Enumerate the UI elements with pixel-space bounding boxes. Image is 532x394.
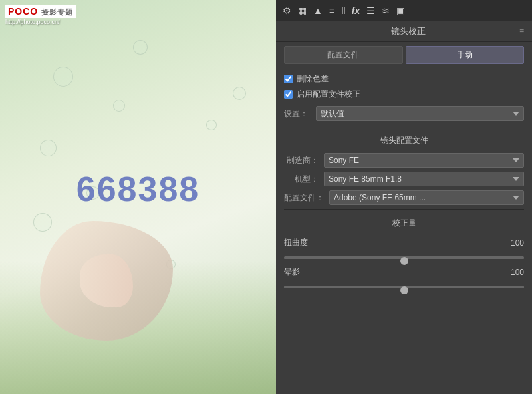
bubble bbox=[53, 67, 73, 87]
manufacturer-label: 制造商： bbox=[284, 155, 319, 166]
model-label: 机型： bbox=[284, 174, 319, 185]
settings-icon[interactable]: ⚙ bbox=[281, 4, 293, 17]
fx-icon[interactable]: fx bbox=[350, 4, 361, 17]
watermark: 668388 bbox=[76, 169, 200, 209]
distortion-value: 100 bbox=[504, 238, 524, 248]
divider bbox=[284, 128, 524, 128]
vignette-row: 晕影 100 bbox=[284, 266, 524, 278]
profile-select[interactable]: Adobe (Sony FE 65mm ... bbox=[329, 190, 524, 205]
bubble bbox=[233, 87, 246, 100]
poco-logo: POCO 摄影专题 bbox=[5, 5, 76, 18]
menu-icon[interactable]: ☰ bbox=[365, 4, 376, 17]
details-icon[interactable]: ≋ bbox=[380, 4, 391, 17]
bubble bbox=[133, 40, 148, 55]
panel-content: 删除色差 启用配置文件校正 设置： 默认值 镜头配置文件 制造商： Sony F… bbox=[276, 68, 532, 394]
manufacturer-select[interactable]: Sony FE bbox=[324, 153, 524, 168]
tab-manual[interactable]: 手动 bbox=[406, 46, 525, 64]
checkbox-remove-aberration: 删除色差 bbox=[284, 73, 524, 85]
list-icon[interactable]: ≡ bbox=[328, 4, 336, 17]
vignette-section: 晕影 100 bbox=[284, 266, 524, 290]
checkbox-enable-correction-label: 启用配置文件校正 bbox=[297, 89, 360, 100]
correction-section: 校正量 扭曲度 100 晕影 100 bbox=[284, 218, 524, 290]
vignette-slider[interactable] bbox=[284, 286, 524, 288]
manufacturer-row: 制造商： Sony FE bbox=[284, 153, 524, 168]
logo-subtitle: http://photo.poco.cn/ bbox=[5, 19, 76, 25]
section-header: 镜头校正 ≡ bbox=[276, 21, 532, 42]
distortion-section: 扭曲度 100 bbox=[284, 237, 524, 261]
histogram-icon[interactable]: ▲ bbox=[312, 4, 324, 17]
bubble bbox=[113, 100, 125, 112]
toolbar: ⚙ ▦ ▲ ≡ II fx ☰ ≋ ▣ bbox=[276, 0, 532, 21]
model-row: 机型： Sony FE 85mm F1.8 bbox=[284, 172, 524, 186]
settings-row: 设置： 默认值 bbox=[284, 106, 524, 121]
bubble bbox=[33, 213, 52, 232]
bubble bbox=[40, 140, 57, 156]
grid-icon[interactable]: ▦ bbox=[297, 4, 308, 17]
curves-icon[interactable]: II bbox=[340, 4, 346, 17]
photo-panel: POCO 摄影专题 http://photo.poco.cn/ 668388 bbox=[0, 0, 276, 394]
bubble bbox=[206, 120, 217, 130]
tabs-row: 配置文件 手动 bbox=[276, 42, 532, 68]
layout-icon[interactable]: ▣ bbox=[395, 4, 406, 17]
distortion-label: 扭曲度 bbox=[284, 237, 308, 248]
section-title: 镜头校正 bbox=[297, 25, 519, 37]
photo-logo: POCO 摄影专题 http://photo.poco.cn/ bbox=[5, 5, 76, 25]
checkbox-enable-correction: 启用配置文件校正 bbox=[284, 89, 524, 100]
lens-profile-title: 镜头配置文件 bbox=[284, 135, 524, 149]
profile-row: 配置文件： Adobe (Sony FE 65mm ... bbox=[284, 190, 524, 205]
settings-label: 设置： bbox=[284, 108, 311, 120]
distortion-slider[interactable] bbox=[284, 256, 524, 259]
correction-title: 校正量 bbox=[284, 218, 524, 232]
right-panel: ⚙ ▦ ▲ ≡ II fx ☰ ≋ ▣ 镜头校正 ≡ 配置文件 手动 删除色差 … bbox=[276, 0, 532, 394]
tab-profile[interactable]: 配置文件 bbox=[284, 46, 403, 64]
section-menu[interactable]: ≡ bbox=[519, 27, 524, 36]
model-select[interactable]: Sony FE 85mm F1.8 bbox=[324, 172, 524, 186]
distortion-row: 扭曲度 100 bbox=[284, 237, 524, 248]
checkbox-enable-correction-input[interactable] bbox=[284, 90, 293, 98]
vignette-value: 100 bbox=[504, 268, 524, 277]
settings-select[interactable]: 默认值 bbox=[316, 106, 524, 121]
checkbox-remove-aberration-label: 删除色差 bbox=[297, 73, 329, 85]
checkbox-remove-aberration-input[interactable] bbox=[284, 75, 293, 83]
vignette-label: 晕影 bbox=[284, 266, 300, 278]
divider2 bbox=[284, 209, 524, 210]
profile-label: 配置文件： bbox=[284, 192, 324, 204]
